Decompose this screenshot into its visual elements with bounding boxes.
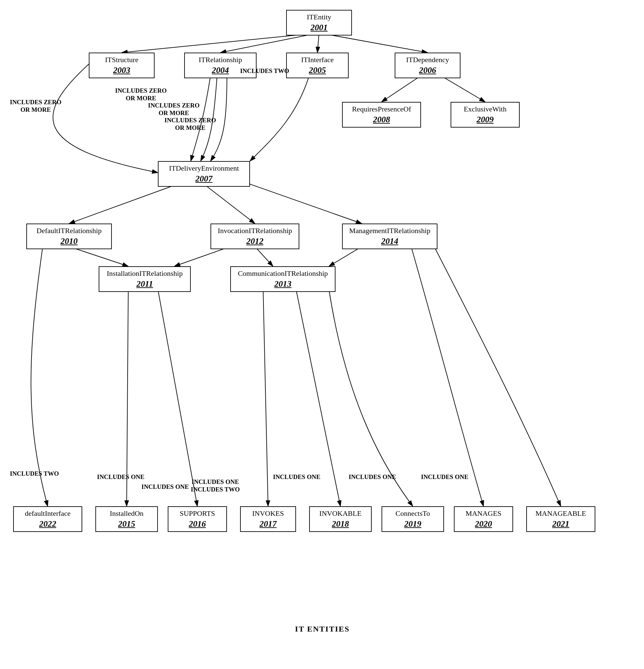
node-name-2013: CommunicationITRelationship [234,269,332,279]
svg-line-3 [319,33,428,53]
svg-line-10 [174,246,230,266]
node-id-2001: 2001 [290,22,348,33]
node-name-2005: ITInterface [290,55,345,65]
node-2010: DefaultITRelationship2010 [26,224,112,249]
node-name-2014: ManagementITRelationship [346,226,434,236]
node-id-2009: 2009 [454,114,516,125]
node-2015: InstalledOn2015 [95,506,158,532]
node-name-2011: InstallationITRelationship [103,269,187,279]
diagram: ITEntity2001ITStructure2003ITRelationshi… [0,0,644,651]
node-name-2008: RequiresPresenceOf [346,104,417,114]
node-2008: RequiresPresenceOf2008 [342,102,421,128]
node-2013: CommunicationITRelationship2013 [230,266,335,292]
svg-line-4 [381,76,421,102]
node-name-2007: ITDeliveryEnvironment [162,164,246,173]
label-includes-one-2: INCLUDES ONE [141,483,189,491]
svg-line-6 [69,184,178,224]
diagram-caption: IT ENTITIES [247,625,398,634]
node-name-2009: ExclusiveWith [454,104,516,114]
svg-line-0 [122,33,319,53]
label-includes-one-3: INCLUDES ONE [273,473,320,481]
node-2009: ExclusiveWith2009 [451,102,520,128]
node-id-2016: 2016 [172,518,223,530]
label-includes-zero-1: INCLUDES ZEROOR MORE [10,99,61,114]
node-id-2017: 2017 [244,518,292,530]
node-id-2008: 2008 [346,114,417,125]
node-id-2019: 2019 [386,518,440,530]
node-2016: SUPPORTS2016 [168,506,227,532]
node-2001: ITEntity2001 [286,10,352,35]
node-2007: ITDeliveryEnvironment2007 [158,161,250,187]
arrows-svg [0,0,644,651]
svg-line-12 [329,246,362,266]
node-name-2017: INVOKES [244,509,292,518]
node-2019: ConnectsTo2019 [381,506,444,532]
label-includes-one-two: INCLUDES ONEINCLUDES TWO [191,478,240,494]
label-includes-two-2: INCLUDES TWO [10,470,59,478]
label-includes-one-4: INCLUDES ONE [349,473,396,481]
node-id-2007: 2007 [162,173,246,184]
svg-line-1 [220,33,319,53]
node-2006: ITDependency2006 [395,53,461,78]
label-includes-zero-4: INCLUDES ZEROOR MORE [165,117,216,132]
node-name-2022: defaultInterface [17,509,78,518]
label-includes-zero-3: INCLUDES ZEROOR MORE [148,102,200,117]
node-2018: INVOKABLE2018 [309,506,372,532]
node-2021: MANAGEABLE2021 [526,506,595,532]
node-2020: MANAGES2020 [454,506,513,532]
node-id-2010: 2010 [30,236,108,247]
label-includes-one-1: INCLUDES ONE [97,473,144,481]
node-2014: ManagementITRelationship2014 [342,224,437,249]
node-id-2021: 2021 [530,518,591,530]
label-includes-one-5: INCLUDES ONE [421,473,468,481]
node-name-2001: ITEntity [290,13,348,22]
node-id-2018: 2018 [313,518,368,530]
node-2003: ITStructure2003 [89,53,155,78]
node-name-2006: ITDependency [398,55,457,65]
node-id-2012: 2012 [214,236,295,247]
node-name-2020: MANAGES [458,509,509,518]
node-id-2015: 2015 [99,518,154,530]
node-2017: INVOKES2017 [240,506,296,532]
node-name-2016: SUPPORTS [172,509,223,518]
svg-line-5 [441,76,485,102]
svg-line-14 [158,289,197,506]
svg-line-15 [263,289,268,506]
node-id-2006: 2006 [398,65,457,76]
svg-line-2 [318,33,319,53]
node-name-2018: INVOKABLE [313,509,368,518]
label-includes-two-1: INCLUDES TWO [240,67,289,75]
node-2011: InstallationITRelationship2011 [99,266,191,292]
node-id-2003: 2003 [93,65,151,76]
node-name-2010: DefaultITRelationship [30,226,108,236]
node-name-2003: ITStructure [93,55,151,65]
node-id-2011: 2011 [103,279,187,290]
node-name-2015: InstalledOn [99,509,154,518]
node-name-2021: MANAGEABLE [530,509,591,518]
node-2022: defaultInterface2022 [13,506,82,532]
svg-line-9 [69,246,128,266]
svg-line-8 [250,184,362,224]
node-id-2013: 2013 [234,279,332,290]
node-id-2005: 2005 [290,65,345,76]
label-includes-zero-2: INCLUDES ZEROOR MORE [115,87,167,102]
node-name-2004: ITRelationship [188,55,253,65]
node-name-2012: InvocationITRelationship [214,226,295,236]
node-id-2022: 2022 [17,518,78,530]
svg-line-11 [255,246,273,266]
node-name-2019: ConnectsTo [386,509,440,518]
node-id-2020: 2020 [458,518,509,530]
node-2012: InvocationITRelationship2012 [210,224,299,249]
svg-line-7 [204,184,255,224]
node-id-2014: 2014 [346,236,434,247]
node-2005: ITInterface2005 [286,53,349,78]
